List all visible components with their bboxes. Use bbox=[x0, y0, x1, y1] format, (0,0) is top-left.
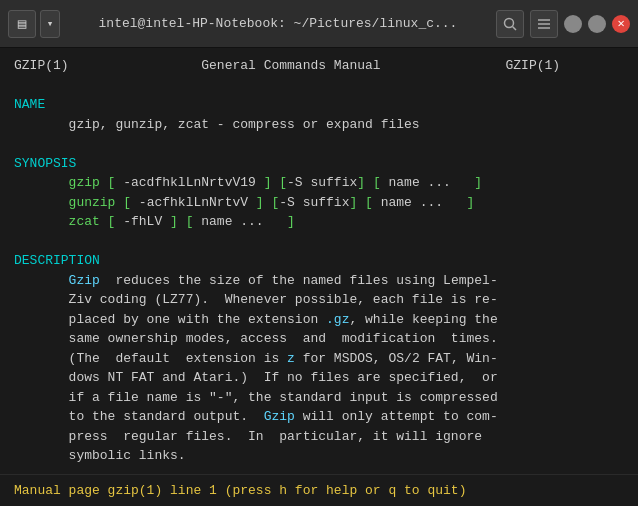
desc-line8: to the standard output. Gzip will only a… bbox=[14, 407, 624, 427]
section-synopsis-label: SYNOPSIS bbox=[14, 154, 624, 174]
terminal-icon[interactable]: ▤ bbox=[8, 10, 36, 38]
blank-line-1 bbox=[14, 76, 624, 96]
maximize-button[interactable] bbox=[588, 15, 606, 33]
desc-line7: if a file name is "-", the standard inpu… bbox=[14, 388, 624, 408]
titlebar-left-controls: ▤ ▾ bbox=[8, 10, 60, 38]
search-button[interactable] bbox=[496, 10, 524, 38]
svg-line-1 bbox=[513, 26, 517, 30]
desc-line6: dows NT FAT and Atari.) If no files are … bbox=[14, 368, 624, 388]
name-content: gzip, gunzip, zcat - compress or expand … bbox=[14, 115, 624, 135]
desc-line5: (The default extension is z for MSDOS, O… bbox=[14, 349, 624, 369]
terminal-content: GZIP(1) General Commands Manual GZIP(1) … bbox=[0, 48, 638, 474]
dropdown-chevron-icon[interactable]: ▾ bbox=[40, 10, 60, 38]
statusbar: Manual page gzip(1) line 1 (press h for … bbox=[0, 474, 638, 506]
window-title: intel@intel-HP-Notebook: ~/Pictures/linu… bbox=[66, 16, 490, 31]
desc-line10: symbolic links. bbox=[14, 446, 624, 466]
titlebar: ▤ ▾ intel@intel-HP-Notebook: ~/Pictures/… bbox=[0, 0, 638, 48]
synopsis-line2: gunzip [ -acfhklLnNrtvV ] [-S suffix] [ … bbox=[14, 193, 624, 213]
desc-line2: Ziv coding (LZ77). Whenever possible, ea… bbox=[14, 290, 624, 310]
menu-button[interactable] bbox=[530, 10, 558, 38]
section-name-label: NAME bbox=[14, 95, 624, 115]
blank-line-3 bbox=[14, 232, 624, 252]
status-text: Manual page gzip(1) line 1 (press h for … bbox=[14, 483, 466, 498]
section-description-label: DESCRIPTION bbox=[14, 251, 624, 271]
search-icon bbox=[503, 17, 517, 31]
desc-line9: press regular files. In particular, it w… bbox=[14, 427, 624, 447]
titlebar-right-controls: ✕ bbox=[496, 10, 630, 38]
synopsis-line1: gzip [ -acdfhklLnNrtvV19 ] [-S suffix] [… bbox=[14, 173, 624, 193]
blank-line-2 bbox=[14, 134, 624, 154]
synopsis-line3: zcat [ -fhLV ] [ name ... ] bbox=[14, 212, 624, 232]
desc-line1: Gzip reduces the size of the named files… bbox=[14, 271, 624, 291]
close-button[interactable]: ✕ bbox=[612, 15, 630, 33]
hamburger-icon bbox=[537, 18, 551, 30]
minimize-button[interactable] bbox=[564, 15, 582, 33]
svg-point-0 bbox=[505, 18, 514, 27]
man-header: GZIP(1) General Commands Manual GZIP(1) bbox=[14, 56, 624, 76]
desc-line3: placed by one with the extension .gz, wh… bbox=[14, 310, 624, 330]
desc-line4: same ownership modes, access and modific… bbox=[14, 329, 624, 349]
